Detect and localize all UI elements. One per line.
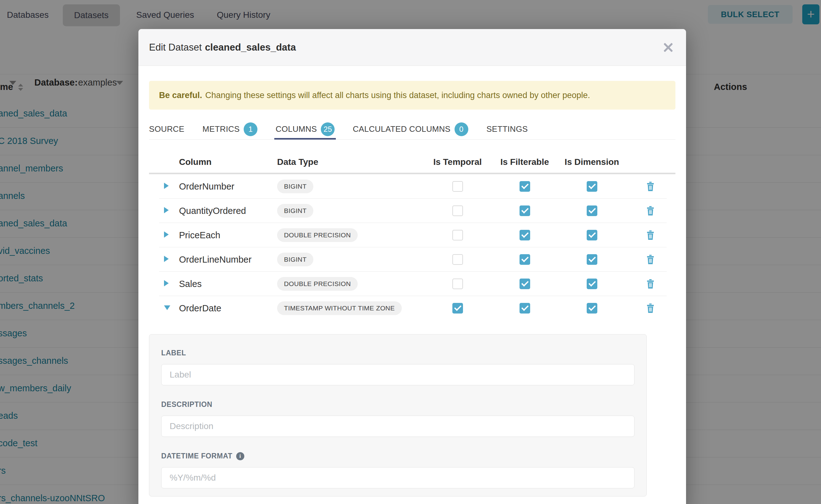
column-row: OrderLineNumber BIGINT (149, 247, 675, 272)
data-type-pill: TIMESTAMP WITHOUT TIME ZONE (277, 301, 402, 315)
data-type-header: Data Type (277, 157, 424, 167)
label-field-heading: LABEL (161, 349, 635, 357)
description-heading-text: DESCRIPTION (161, 400, 212, 409)
delete-column-icon[interactable] (646, 304, 655, 313)
warning-text: Changing these settings will affect all … (205, 91, 590, 100)
modal-body: Be careful.Changing these settings will … (138, 81, 686, 497)
is-filterable-checkbox[interactable] (520, 279, 530, 289)
data-type-pill: BIGINT (277, 204, 313, 218)
data-type-pill: DOUBLE PRECISION (277, 277, 358, 291)
data-type-pill: DOUBLE PRECISION (277, 228, 358, 242)
is-filterable-checkbox[interactable] (520, 254, 530, 265)
tab-columns[interactable]: COLUMNS 25 (275, 119, 334, 139)
tab-label: CALCULATED COLUMNS (353, 124, 451, 134)
column-header: Column (174, 157, 277, 167)
is-dimension-checkbox[interactable] (587, 279, 597, 289)
column-name: QuantityOrdered (174, 206, 277, 216)
warning-bold-text: Be careful. (159, 91, 202, 100)
tab-source[interactable]: SOURCE (149, 119, 184, 139)
edit-dataset-modal: Edit Datasetcleaned_sales_data Be carefu… (138, 29, 686, 504)
column-row: Sales DOUBLE PRECISION (149, 272, 675, 296)
expand-caret-icon[interactable] (164, 183, 169, 189)
tab-count-badge: 1 (244, 122, 257, 136)
column-name: OrderLineNumber (174, 254, 277, 265)
is-filterable-checkbox[interactable] (520, 181, 530, 192)
column-name: OrderNumber (174, 181, 277, 192)
is-filterable-checkbox[interactable] (520, 303, 530, 314)
column-name: PriceEach (174, 230, 277, 240)
columns-table-header: Column Data Type Is Temporal Is Filterab… (149, 151, 675, 173)
datetime-heading-text: DATETIME FORMAT (161, 452, 232, 460)
expand-caret-icon[interactable] (164, 207, 169, 213)
column-row: OrderNumber BIGINT (149, 174, 675, 199)
modal-title-prefix: Edit Dataset (149, 42, 202, 53)
is-dimension-checkbox[interactable] (587, 254, 597, 265)
tab-count-badge: 0 (455, 122, 468, 136)
expand-caret-icon[interactable] (164, 256, 169, 262)
delete-column-icon[interactable] (646, 279, 655, 289)
delete-column-icon[interactable] (646, 255, 655, 264)
tab-label: SETTINGS (487, 124, 528, 134)
is-filterable-checkbox[interactable] (520, 230, 530, 240)
is-dimension-checkbox[interactable] (587, 303, 597, 314)
expand-caret-icon[interactable] (164, 231, 169, 238)
collapse-caret-icon[interactable] (164, 305, 170, 310)
is-temporal-checkbox[interactable] (453, 254, 463, 265)
data-type-pill: BIGINT (277, 253, 313, 266)
column-name: OrderDate (174, 303, 277, 314)
label-input[interactable] (161, 364, 635, 385)
delete-column-icon[interactable] (646, 182, 655, 191)
tab-settings[interactable]: SETTINGS (487, 119, 528, 139)
info-icon[interactable]: i (236, 452, 244, 460)
is-temporal-header: Is Temporal (424, 157, 491, 167)
close-button[interactable] (660, 40, 676, 55)
modal-tabs: SOURCE METRICS 1 COLUMNS 25 CALCULATED C… (149, 119, 675, 140)
is-dimension-checkbox[interactable] (587, 181, 597, 192)
is-dimension-header: Is Dimension (558, 157, 626, 167)
tab-label: SOURCE (149, 124, 184, 134)
warning-banner: Be careful.Changing these settings will … (149, 81, 675, 110)
is-dimension-checkbox[interactable] (587, 230, 597, 240)
column-row: QuantityOrdered BIGINT (149, 199, 675, 223)
column-name: Sales (174, 279, 277, 289)
is-temporal-checkbox[interactable] (453, 181, 463, 192)
modal-title-dataset-name: cleaned_sales_data (205, 42, 296, 53)
datetime-format-input[interactable] (161, 467, 635, 488)
is-temporal-checkbox[interactable] (453, 205, 463, 216)
modal-header: Edit Datasetcleaned_sales_data (138, 29, 686, 66)
column-row: PriceEach DOUBLE PRECISION (149, 223, 675, 247)
tab-count-badge: 25 (321, 122, 334, 136)
tab-label: COLUMNS (275, 124, 317, 134)
column-detail-panel: LABEL DESCRIPTION DATETIME FORMAT i (149, 334, 647, 497)
delete-column-icon[interactable] (646, 230, 655, 240)
datetime-format-field-heading: DATETIME FORMAT i (161, 452, 635, 460)
expand-caret-icon[interactable] (164, 280, 169, 286)
is-temporal-checkbox[interactable] (453, 279, 463, 289)
is-temporal-checkbox[interactable] (453, 303, 463, 314)
delete-column-icon[interactable] (646, 206, 655, 215)
modal-title: Edit Datasetcleaned_sales_data (149, 42, 296, 53)
label-heading-text: LABEL (161, 349, 186, 357)
description-input[interactable] (161, 416, 635, 437)
tab-calculated-columns[interactable]: CALCULATED COLUMNS 0 (353, 119, 468, 139)
is-temporal-checkbox[interactable] (453, 230, 463, 240)
is-filterable-header: Is Filterable (491, 157, 558, 167)
close-icon (660, 40, 676, 55)
tab-metrics[interactable]: METRICS 1 (202, 119, 257, 139)
tab-label: METRICS (202, 124, 240, 134)
column-row-expanded: OrderDate TIMESTAMP WITHOUT TIME ZONE (149, 296, 675, 320)
is-dimension-checkbox[interactable] (587, 205, 597, 216)
data-type-pill: BIGINT (277, 180, 313, 193)
is-filterable-checkbox[interactable] (520, 205, 530, 216)
description-field-heading: DESCRIPTION (161, 400, 635, 409)
